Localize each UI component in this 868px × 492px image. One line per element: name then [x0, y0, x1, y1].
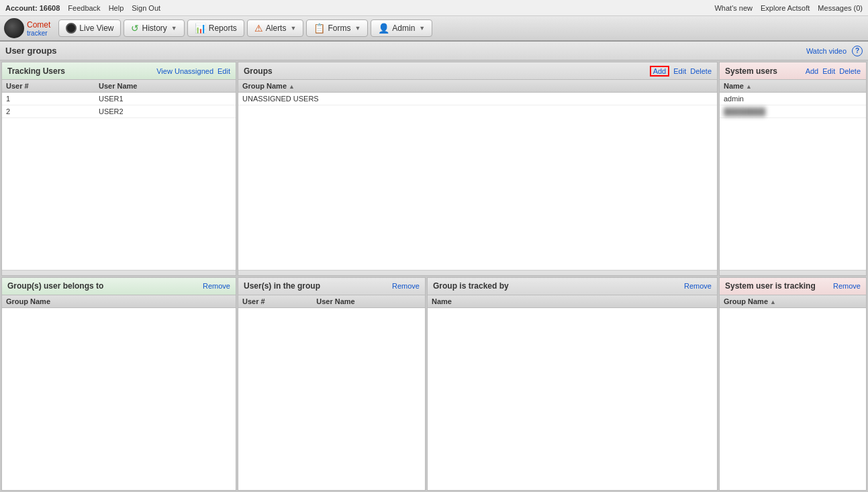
system-users-add-link[interactable]: Add: [806, 67, 819, 75]
tracked-by-panel: Group is tracked by Remove Name: [427, 277, 718, 491]
system-tracking-panel: System user is tracking Remove Group Nam…: [719, 277, 867, 491]
whats-new-link[interactable]: What's new: [714, 4, 753, 12]
system-users-scrollbar[interactable]: [720, 270, 866, 275]
top-bar: Account: 16608 Feedback Help Sign Out Wh…: [0, 0, 868, 16]
col-group-name: Group Name ▲: [238, 80, 717, 93]
tracking-users-scrollbar[interactable]: [2, 270, 236, 275]
tracking-users-panel: Tracking Users View Unassigned Edit User…: [1, 62, 236, 276]
groups-title: Groups: [244, 66, 273, 76]
tracking-users-actions: View Unassigned Edit: [156, 67, 230, 75]
history-label: History: [142, 23, 166, 33]
forms-label: Forms: [328, 23, 350, 33]
alerts-icon: ⚠: [254, 23, 263, 34]
forms-button[interactable]: 📋 Forms ▼: [306, 19, 368, 37]
user-num: 2: [2, 105, 95, 118]
reports-label: Reports: [209, 23, 237, 33]
users-in-group-header: User(s) in the group Remove: [238, 278, 425, 295]
system-tracking-actions: Remove: [833, 282, 861, 290]
system-users-title: System users: [725, 66, 777, 76]
alerts-arrow: ▼: [290, 25, 296, 32]
page-header-right: Watch video ?: [806, 46, 863, 56]
liveview-button[interactable]: Live View: [58, 19, 121, 37]
users-in-group-content: User # User Name: [238, 295, 425, 491]
feedback-link[interactable]: Feedback: [68, 4, 100, 12]
system-tracking-remove-link[interactable]: Remove: [833, 282, 861, 290]
col-user-num: User #: [2, 80, 95, 93]
tracking-users-header: Tracking Users View Unassigned Edit: [2, 62, 236, 80]
groups-delete-link[interactable]: Delete: [690, 67, 712, 75]
tracked-by-remove-link[interactable]: Remove: [684, 282, 712, 290]
table-row[interactable]: admin: [720, 93, 866, 105]
system-tracking-header: System user is tracking Remove: [720, 278, 866, 295]
group-belongs-panel: Group(s) user belongs to Remove Group Na…: [1, 277, 236, 491]
top-panels: Tracking Users View Unassigned Edit User…: [1, 62, 867, 276]
tracked-by-title: Group is tracked by: [433, 281, 509, 291]
user-name: USER2: [95, 105, 236, 118]
system-user-name: admin: [720, 93, 866, 105]
groups-content: Group Name ▲ UNASSIGNED USERS: [238, 80, 717, 270]
liveview-label: Live View: [79, 23, 113, 33]
account-label: Account: 16608: [5, 4, 60, 12]
table-row[interactable]: ████████: [720, 105, 866, 118]
user-name: USER1: [95, 93, 236, 105]
admin-button[interactable]: 👤 Admin ▼: [371, 19, 432, 37]
messages-link[interactable]: Messages (0): [818, 4, 863, 12]
tracked-by-header: Group is tracked by Remove: [428, 278, 717, 295]
group-belongs-actions: Remove: [203, 282, 230, 290]
group-belongs-header: Group(s) user belongs to Remove: [2, 278, 236, 295]
reports-button[interactable]: 📊 Reports: [187, 19, 244, 37]
page-header: User groups Watch video ?: [0, 42, 868, 60]
col-uig-num: User #: [238, 295, 312, 308]
system-users-edit-link[interactable]: Edit: [822, 67, 835, 75]
table-row[interactable]: 2USER2: [2, 105, 236, 118]
col-st-group-name: Group Name ▲: [720, 295, 866, 308]
group-belongs-title: Group(s) user belongs to: [7, 281, 103, 291]
system-users-table: Name ▲ admin████████: [720, 80, 866, 118]
tracked-by-actions: Remove: [684, 282, 712, 290]
tracking-users-edit-link[interactable]: Edit: [218, 67, 230, 75]
col-system-name: Name ▲: [720, 80, 866, 93]
history-button[interactable]: ↺ History ▼: [124, 19, 184, 37]
system-tracking-content: Group Name ▲: [720, 295, 866, 491]
nav-bar: Comet tracker Live View ↺ History ▼ 📊 Re…: [0, 16, 868, 42]
admin-label: Admin: [392, 23, 415, 33]
group-belongs-table: Group Name: [2, 295, 236, 308]
users-in-group-actions: Remove: [392, 282, 420, 290]
system-tracking-table: Group Name ▲: [720, 295, 866, 308]
groups-edit-link[interactable]: Edit: [673, 67, 686, 75]
help-link[interactable]: Help: [109, 4, 124, 12]
system-tracking-title: System user is tracking: [725, 281, 816, 291]
table-row[interactable]: 1USER1: [2, 93, 236, 105]
alerts-button[interactable]: ⚠ Alerts ▼: [247, 19, 304, 37]
bottom-panels: Group(s) user belongs to Remove Group Na…: [1, 277, 867, 491]
groups-scrollbar[interactable]: [238, 270, 717, 275]
group-belongs-remove-link[interactable]: Remove: [203, 282, 230, 290]
system-users-delete-link[interactable]: Delete: [839, 67, 861, 75]
forms-icon: 📋: [314, 23, 325, 34]
group-name: UNASSIGNED USERS: [238, 93, 717, 105]
table-row[interactable]: UNASSIGNED USERS: [238, 93, 717, 105]
groups-header: Groups Add Edit Delete: [238, 62, 717, 80]
tracked-by-content: Name: [428, 295, 717, 491]
users-in-group-title: User(s) in the group: [244, 281, 320, 291]
top-bar-right: What's new Explore Actsoft Messages (0): [714, 4, 863, 12]
col-uig-name: User Name: [312, 295, 425, 308]
explore-actsoft-link[interactable]: Explore Actsoft: [761, 4, 810, 12]
groups-add-link[interactable]: Add: [650, 66, 670, 77]
tracking-users-title: Tracking Users: [7, 66, 65, 76]
help-icon-button[interactable]: ?: [852, 46, 863, 56]
tracked-by-table: Name: [428, 295, 717, 308]
logo[interactable]: Comet tracker: [4, 18, 50, 38]
col-tracked-name: Name: [428, 295, 717, 308]
group-belongs-content: Group Name: [2, 295, 236, 491]
col-user-name: User Name: [95, 80, 236, 93]
signout-link[interactable]: Sign Out: [132, 4, 160, 12]
history-arrow: ▼: [171, 25, 177, 32]
logo-text: Comet tracker: [27, 20, 50, 37]
reports-icon: 📊: [195, 23, 206, 34]
admin-icon: 👤: [378, 23, 389, 34]
system-users-header: System users Add Edit Delete: [720, 62, 866, 80]
watch-video-link[interactable]: Watch video: [806, 47, 847, 55]
view-unassigned-link[interactable]: View Unassigned: [156, 67, 213, 75]
users-in-group-remove-link[interactable]: Remove: [392, 282, 420, 290]
